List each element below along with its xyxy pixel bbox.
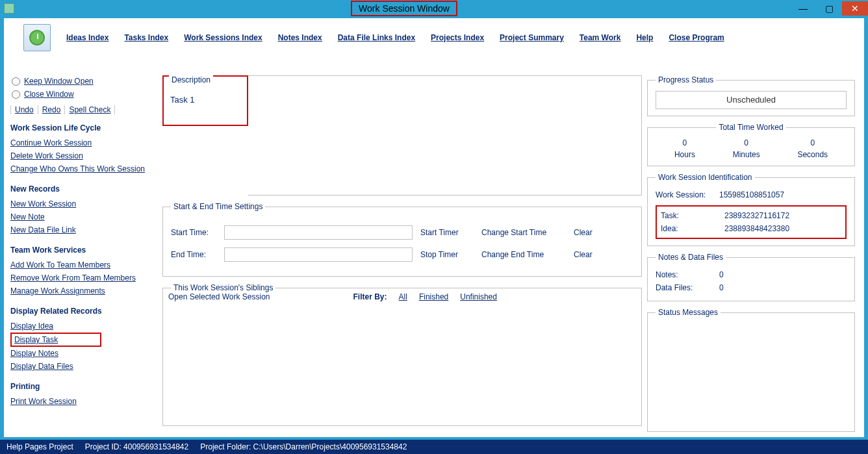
left-sidebar: Keep Window Open Close Window Undo Redo … bbox=[10, 57, 157, 432]
close-button[interactable]: ✕ bbox=[842, 1, 868, 16]
status-help-pages[interactable]: Help Pages Project bbox=[6, 442, 73, 451]
nav-close-program[interactable]: Close Program bbox=[669, 33, 724, 42]
close-window-label[interactable]: Close Window bbox=[24, 90, 74, 99]
link-new-note[interactable]: New Note bbox=[10, 210, 157, 223]
minutes-value: 0 bbox=[744, 138, 748, 147]
app-icon bbox=[4, 3, 14, 14]
right-panel: Progress Status Unscheduled Total Time W… bbox=[647, 57, 855, 432]
status-messages-legend: Status Messages bbox=[656, 308, 721, 317]
nav-team-work[interactable]: Team Work bbox=[580, 33, 621, 42]
task-id-label: Task: bbox=[661, 211, 719, 220]
link-change-owner[interactable]: Change Who Owns This Work Session bbox=[10, 162, 157, 175]
notes-count-value: 0 bbox=[719, 270, 724, 279]
progress-status-group: Progress Status Unscheduled bbox=[647, 75, 855, 116]
filter-finished[interactable]: Finished bbox=[419, 292, 448, 301]
data-files-count-label: Data Files: bbox=[656, 283, 714, 292]
nav-ideas-index[interactable]: Ideas Index bbox=[66, 33, 108, 42]
link-remove-work-from-team[interactable]: Remove Work From Team Members bbox=[10, 271, 157, 284]
project-id-value: 400956931534842 bbox=[123, 442, 188, 451]
link-display-data-files[interactable]: Display Data Files bbox=[10, 360, 157, 373]
work-session-id-label: Work Session: bbox=[656, 190, 714, 199]
description-value: Task 1 bbox=[170, 95, 195, 105]
task-id-value: 238932327116172 bbox=[724, 211, 789, 220]
progress-status-value: Unscheduled bbox=[656, 91, 847, 109]
clear-end-button[interactable]: Clear bbox=[574, 250, 593, 259]
start-timer-button[interactable]: Start Timer bbox=[420, 228, 474, 237]
filter-by-label: Filter By: bbox=[353, 292, 387, 301]
total-time-worked-group: Total Time Worked 0Hours 0Minutes 0Secon… bbox=[647, 123, 855, 166]
keep-window-open-label[interactable]: Keep Window Open bbox=[24, 77, 94, 86]
link-display-idea[interactable]: Display Idea bbox=[10, 320, 157, 333]
redo-button[interactable]: Redo bbox=[38, 105, 66, 114]
description-area[interactable] bbox=[248, 75, 642, 195]
link-print-work-session[interactable]: Print Work Session bbox=[10, 395, 157, 408]
calendar-clock-icon bbox=[23, 24, 51, 51]
start-time-input[interactable] bbox=[224, 225, 413, 240]
minimize-button[interactable]: — bbox=[790, 1, 816, 16]
link-display-task[interactable]: Display Task bbox=[10, 333, 101, 347]
section-team-work-services: Team Work Services bbox=[10, 246, 157, 255]
link-display-notes[interactable]: Display Notes bbox=[10, 347, 157, 360]
link-continue-work-session[interactable]: Continue Work Session bbox=[10, 136, 157, 149]
hours-value: 0 bbox=[683, 138, 687, 147]
change-end-time-button[interactable]: Change End Time bbox=[481, 250, 566, 259]
section-new-records: New Records bbox=[10, 184, 157, 194]
status-messages-group: Status Messages bbox=[647, 308, 855, 432]
link-new-work-session[interactable]: New Work Session bbox=[10, 197, 157, 210]
work-session-id-value: 155985108851057 bbox=[719, 190, 784, 199]
link-new-data-file-link[interactable]: New Data File Link bbox=[10, 223, 157, 236]
seconds-value: 0 bbox=[810, 138, 815, 147]
data-files-count-value: 0 bbox=[719, 283, 724, 292]
seconds-label: Seconds bbox=[797, 150, 828, 159]
undo-button[interactable]: Undo bbox=[11, 105, 38, 114]
task-idea-highlight: Task: 238932327116172 Idea: 238893848423… bbox=[656, 205, 847, 239]
siblings-legend: This Work Session's Siblings bbox=[171, 283, 275, 292]
main-toolbar: Ideas Index Tasks Index Work Sessions In… bbox=[4, 18, 864, 57]
siblings-group: This Work Session's Siblings Open Select… bbox=[162, 283, 642, 426]
open-selected-work-session[interactable]: Open Selected Work Session bbox=[168, 292, 270, 301]
center-panel: Description Task 1 Start & End Time Sett… bbox=[162, 57, 642, 432]
keep-window-open-radio[interactable] bbox=[12, 77, 20, 86]
nav-tasks-index[interactable]: Tasks Index bbox=[124, 33, 168, 42]
stop-timer-button[interactable]: Stop Timer bbox=[420, 250, 474, 259]
link-manage-work-assignments[interactable]: Manage Work Assignments bbox=[10, 284, 157, 297]
nav-project-summary[interactable]: Project Summary bbox=[500, 33, 564, 42]
section-lifecycle: Work Session Life Cycle bbox=[10, 123, 157, 132]
nav-notes-index[interactable]: Notes Index bbox=[278, 33, 322, 42]
notes-count-label: Notes: bbox=[656, 270, 714, 279]
close-window-radio[interactable] bbox=[12, 90, 20, 99]
window-controls: — ▢ ✕ bbox=[790, 1, 868, 16]
total-time-worked-legend: Total Time Worked bbox=[716, 123, 785, 132]
minutes-label: Minutes bbox=[733, 150, 760, 159]
notes-data-files-legend: Notes & Data Files bbox=[656, 253, 726, 262]
nav-work-sessions-index[interactable]: Work Sessions Index bbox=[184, 33, 262, 42]
idea-id-value: 238893848423380 bbox=[724, 224, 789, 233]
filter-unfinished[interactable]: Unfinished bbox=[460, 292, 497, 301]
change-start-time-button[interactable]: Change Start Time bbox=[481, 228, 566, 237]
notes-data-files-group: Notes & Data Files Notes: 0 Data Files: … bbox=[647, 253, 855, 301]
progress-status-legend: Progress Status bbox=[656, 75, 716, 84]
nav-projects-index[interactable]: Projects Index bbox=[431, 33, 484, 42]
edit-actions: Undo Redo Spell Check bbox=[10, 105, 157, 114]
project-folder-label: Project Folder: bbox=[200, 442, 251, 451]
description-label: Description bbox=[169, 75, 213, 84]
description-group: Description Task 1 bbox=[162, 75, 248, 126]
client-area: Ideas Index Tasks Index Work Sessions In… bbox=[4, 18, 864, 437]
title-bar: Work Session Window — ▢ ✕ bbox=[0, 0, 868, 17]
filter-all[interactable]: All bbox=[399, 292, 407, 301]
time-settings-group: Start & End Time Settings Start Time: St… bbox=[162, 202, 642, 277]
status-bar: Help Pages Project Project ID: 400956931… bbox=[0, 440, 868, 454]
end-time-input[interactable] bbox=[224, 247, 413, 262]
nav-help[interactable]: Help bbox=[636, 33, 653, 42]
window-title: Work Session Window bbox=[351, 1, 457, 16]
maximize-button[interactable]: ▢ bbox=[816, 1, 842, 16]
section-display-related: Display Related Records bbox=[10, 307, 157, 316]
link-add-work-to-team[interactable]: Add Work To Team Members bbox=[10, 259, 157, 271]
spell-check-button[interactable]: Spell Check bbox=[65, 105, 115, 114]
idea-id-label: Idea: bbox=[661, 224, 719, 233]
nav-data-file-links-index[interactable]: Data File Links Index bbox=[338, 33, 415, 42]
clear-start-button[interactable]: Clear bbox=[574, 228, 593, 237]
time-settings-legend: Start & End Time Settings bbox=[171, 202, 265, 211]
hours-label: Hours bbox=[674, 150, 695, 159]
link-delete-work-session[interactable]: Delete Work Session bbox=[10, 149, 157, 162]
